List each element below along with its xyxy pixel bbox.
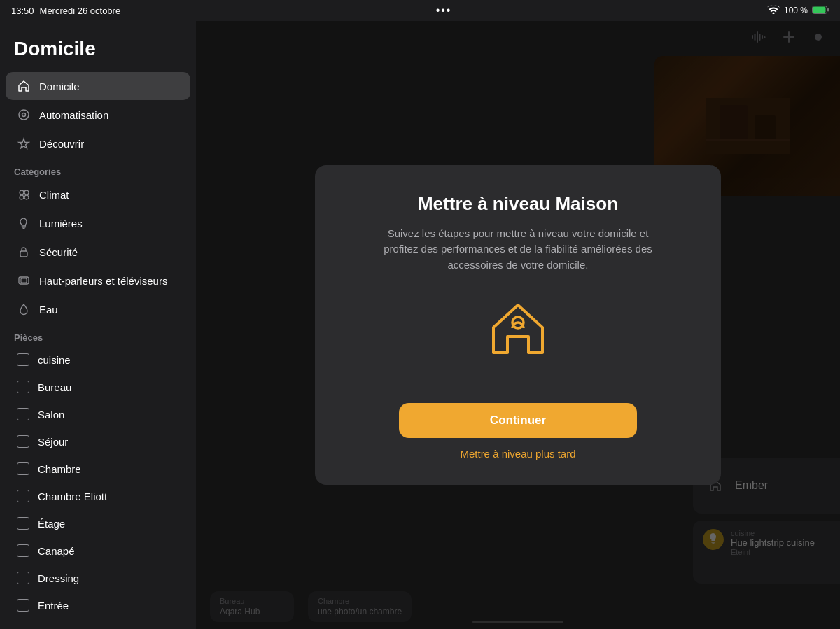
- sidebar-title: Domicile: [0, 32, 196, 71]
- eau-label: Eau: [39, 304, 58, 316]
- app-container: Domicile Domicile Automatisation: [0, 21, 840, 629]
- time: 13:50: [11, 6, 34, 16]
- sidebar-item-bureau[interactable]: Bureau: [6, 374, 190, 400]
- securite-label: Sécurité: [39, 246, 78, 258]
- lumieres-label: Lumières: [39, 218, 83, 229]
- dots-icon: •••: [436, 4, 452, 17]
- main-content: désactivé Ember: [196, 21, 840, 629]
- pieces-header: Pièces: [0, 324, 196, 346]
- cuisine-label: cuisine: [38, 354, 71, 366]
- continue-button[interactable]: Continuer: [399, 403, 637, 438]
- sidebar-item-sejour[interactable]: Séjour: [6, 428, 190, 455]
- modal-house-icon: [486, 298, 550, 361]
- entree-label: Entrée: [38, 600, 69, 612]
- svg-point-4: [22, 113, 26, 117]
- sidebar-item-chambre[interactable]: Chambre: [6, 455, 190, 482]
- sidebar-auto-label: Automatisation: [39, 109, 108, 121]
- svg-rect-2: [813, 6, 825, 13]
- sidebar-decouvrir-label: Découvrir: [39, 138, 84, 150]
- chambre-eliott-label: Chambre Eliott: [38, 490, 107, 502]
- modal-card: Mettre à niveau Maison Suivez les étapes…: [315, 165, 721, 486]
- status-bar: 13:50 Mercredi 26 octobre ••• 100 %: [0, 0, 840, 21]
- sidebar-item-domicile[interactable]: Domicile: [6, 72, 190, 100]
- room-icon-dressing: [17, 572, 29, 584]
- sidebar-item-canape[interactable]: Canapé: [6, 537, 190, 564]
- room-icon-chambre: [17, 462, 29, 475]
- etage-label: Étage: [38, 518, 65, 530]
- climat-label: Climat: [39, 189, 69, 201]
- climat-icon: [17, 188, 31, 202]
- svg-rect-11: [20, 251, 27, 257]
- dressing-label: Dressing: [38, 572, 79, 584]
- categories-header: Catégories: [0, 158, 196, 180]
- status-bar-left: 13:50 Mercredi 26 octobre: [11, 6, 120, 16]
- status-bar-right: 100 %: [767, 5, 829, 16]
- sidebar-item-securite[interactable]: Sécurité: [6, 238, 190, 266]
- room-icon-etage: [17, 517, 29, 530]
- sidebar-item-eau[interactable]: Eau: [6, 295, 190, 323]
- modal-description: Suivez les étapes pour mettre à niveau v…: [371, 226, 665, 274]
- room-icon-canape: [17, 544, 29, 557]
- sidebar: Domicile Domicile Automatisation: [0, 21, 196, 629]
- home-icon: [17, 79, 31, 93]
- light-icon: [17, 216, 31, 230]
- battery-label: 100 %: [784, 6, 808, 15]
- sidebar-domicile-label: Domicile: [39, 80, 80, 92]
- hautparleurs-label: Haut-parleurs et téléviseurs: [39, 275, 167, 287]
- water-icon: [17, 302, 31, 316]
- chambre-label: Chambre: [38, 463, 81, 475]
- svg-rect-13: [21, 278, 27, 283]
- salon-label: Salon: [38, 409, 64, 420]
- modal-title: Mettre à niveau Maison: [418, 193, 618, 215]
- sidebar-item-lumieres[interactable]: Lumières: [6, 209, 190, 237]
- sidebar-item-entree[interactable]: Entrée: [6, 592, 190, 619]
- room-icon-chambre-eliott: [17, 490, 29, 502]
- sidebar-item-automatisation[interactable]: Automatisation: [6, 101, 190, 129]
- svg-point-6: [24, 190, 29, 195]
- battery-icon: [812, 6, 829, 16]
- tv-icon: [17, 274, 31, 288]
- sidebar-item-dressing[interactable]: Dressing: [6, 565, 190, 591]
- svg-point-5: [20, 190, 24, 195]
- status-bar-center: •••: [436, 4, 452, 17]
- date: Mercredi 26 octobre: [40, 6, 121, 16]
- star-icon: [17, 136, 31, 150]
- sejour-label: Séjour: [38, 436, 68, 448]
- later-link[interactable]: Mettre à niveau plus tard: [460, 448, 575, 460]
- bureau-label: Bureau: [38, 381, 71, 393]
- room-icon-entree: [17, 599, 29, 612]
- sidebar-item-cuisine[interactable]: cuisine: [6, 346, 190, 373]
- room-icon-cuisine: [17, 353, 29, 366]
- room-icon-bureau: [17, 381, 29, 393]
- lock-icon: [17, 245, 31, 259]
- auto-icon: [17, 108, 31, 122]
- svg-point-7: [20, 195, 24, 199]
- modal-overlay: Mettre à niveau Maison Suivez les étapes…: [196, 21, 840, 629]
- sidebar-item-salon[interactable]: Salon: [6, 401, 190, 427]
- svg-point-8: [24, 195, 29, 199]
- sidebar-item-decouvrir[interactable]: Découvrir: [6, 129, 190, 157]
- room-icon-salon: [17, 408, 29, 420]
- sidebar-item-hautparleurs[interactable]: Haut-parleurs et téléviseurs: [6, 267, 190, 295]
- svg-rect-1: [827, 8, 829, 11]
- sidebar-item-climat[interactable]: Climat: [6, 181, 190, 209]
- sidebar-item-etage[interactable]: Étage: [6, 510, 190, 537]
- canape-label: Canapé: [38, 545, 75, 557]
- svg-point-3: [19, 110, 29, 120]
- room-icon-sejour: [17, 435, 29, 448]
- sidebar-item-chambre-eliott[interactable]: Chambre Eliott: [6, 483, 190, 509]
- wifi-icon: [767, 5, 780, 16]
